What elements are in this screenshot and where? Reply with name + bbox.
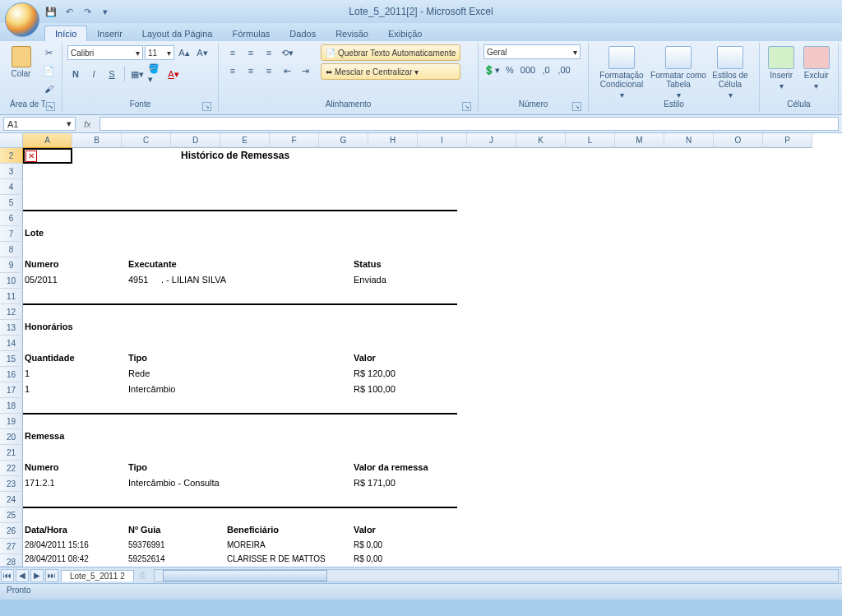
- qat-customize[interactable]: ▾: [99, 5, 112, 18]
- row-header[interactable]: 8: [0, 242, 23, 257]
- row-header[interactable]: 2: [0, 148, 23, 164]
- format-as-table[interactable]: Formatar como Tabela▾: [650, 44, 707, 100]
- qat-undo[interactable]: ↶: [62, 5, 76, 18]
- row-header[interactable]: 6: [0, 211, 23, 226]
- grow-font-button[interactable]: A▴: [176, 44, 192, 61]
- align-center[interactable]: ≡: [242, 63, 260, 79]
- qat-redo[interactable]: ↷: [81, 5, 94, 18]
- percent-button[interactable]: %: [502, 62, 518, 78]
- sheet-nav-first[interactable]: ⏮: [1, 569, 14, 582]
- row-header[interactable]: 3: [0, 164, 23, 179]
- format-painter-button[interactable]: 🖌: [40, 81, 57, 97]
- font-family-combo[interactable]: Calibri▾: [67, 45, 143, 60]
- scroll-thumb[interactable]: [163, 570, 327, 581]
- row-header[interactable]: 21: [0, 445, 23, 461]
- office-button[interactable]: [5, 2, 39, 37]
- formula-input[interactable]: [99, 117, 839, 131]
- row-header[interactable]: 11: [0, 289, 23, 304]
- row-header[interactable]: 15: [0, 351, 23, 367]
- col-header[interactable]: F: [270, 133, 319, 148]
- col-header[interactable]: C: [122, 133, 171, 148]
- decrease-indent[interactable]: ⇤: [278, 63, 296, 79]
- qat-save[interactable]: 💾: [44, 5, 58, 18]
- name-box[interactable]: A1▾: [3, 117, 76, 131]
- row-header[interactable]: 20: [0, 429, 23, 445]
- col-header[interactable]: J: [467, 133, 516, 148]
- row-header[interactable]: 12: [0, 304, 23, 320]
- copy-button[interactable]: 📄: [40, 63, 57, 79]
- orientation-button[interactable]: ⟲▾: [278, 44, 296, 61]
- row-header[interactable]: 22: [0, 461, 23, 476]
- col-header[interactable]: N: [664, 133, 714, 148]
- bold-button[interactable]: N: [67, 66, 84, 82]
- col-header[interactable]: K: [516, 133, 566, 148]
- col-header[interactable]: G: [319, 133, 368, 148]
- increase-indent[interactable]: ⇥: [296, 63, 314, 79]
- comma-button[interactable]: 000: [520, 62, 536, 78]
- currency-button[interactable]: 💲▾: [483, 62, 500, 78]
- col-header[interactable]: P: [763, 133, 812, 148]
- tab-layout[interactable]: Layout da Página: [132, 26, 223, 41]
- underline-button[interactable]: S: [104, 66, 120, 82]
- align-middle[interactable]: ≡: [242, 44, 260, 61]
- col-header[interactable]: L: [566, 133, 615, 148]
- shrink-font-button[interactable]: A▾: [194, 44, 210, 61]
- cut-button[interactable]: ✂: [40, 44, 57, 61]
- font-launcher[interactable]: ↘: [202, 102, 211, 111]
- col-header[interactable]: A: [23, 133, 72, 148]
- merge-center-button[interactable]: ⬌Mesclar e Centralizar▾: [321, 63, 460, 80]
- tab-inserir[interactable]: Inserir: [87, 26, 132, 41]
- row-header[interactable]: 27: [0, 539, 23, 554]
- italic-button[interactable]: I: [86, 66, 102, 82]
- increase-decimal[interactable]: ,0: [538, 62, 554, 78]
- row-header[interactable]: 19: [0, 414, 23, 429]
- row-header[interactable]: 28: [0, 554, 23, 567]
- col-header[interactable]: I: [418, 133, 467, 148]
- col-header[interactable]: M: [615, 133, 664, 148]
- sheet-nav-next[interactable]: ▶: [30, 569, 44, 582]
- sheet-nav-last[interactable]: ⏭: [45, 569, 58, 582]
- row-header[interactable]: 26: [0, 523, 23, 539]
- insert-cells[interactable]: Inserir▾: [765, 44, 798, 90]
- font-size-combo[interactable]: 11▾: [145, 45, 174, 60]
- row-header[interactable]: 18: [0, 398, 23, 414]
- row-header[interactable]: 24: [0, 492, 23, 507]
- paste-button[interactable]: Colar: [5, 44, 37, 78]
- row-header[interactable]: 9: [0, 257, 23, 273]
- fx-icon[interactable]: fx: [79, 119, 96, 129]
- col-header[interactable]: H: [368, 133, 418, 148]
- font-color-button[interactable]: A▾: [165, 66, 182, 82]
- select-all-corner[interactable]: [0, 133, 23, 148]
- horizontal-scrollbar[interactable]: [154, 569, 839, 582]
- tab-formulas[interactable]: Fórmulas: [223, 26, 280, 41]
- tab-revisao[interactable]: Revisão: [326, 26, 378, 41]
- row-header[interactable]: 13: [0, 320, 23, 336]
- fill-color-button[interactable]: 🪣▾: [147, 66, 164, 82]
- conditional-formatting[interactable]: Formatação Condicional▾: [594, 44, 650, 100]
- col-header[interactable]: D: [171, 133, 220, 148]
- row-header[interactable]: 23: [0, 476, 23, 492]
- row-header[interactable]: 10: [0, 273, 23, 289]
- cell-styles[interactable]: Estilos de Célula▾: [707, 44, 753, 100]
- clipboard-launcher[interactable]: ↘: [46, 102, 55, 111]
- row-header[interactable]: 16: [0, 367, 23, 382]
- col-header[interactable]: B: [72, 133, 122, 148]
- col-header[interactable]: O: [714, 133, 763, 148]
- align-left[interactable]: ≡: [224, 63, 242, 79]
- row-header[interactable]: 17: [0, 382, 23, 398]
- number-launcher[interactable]: ↘: [572, 102, 581, 111]
- row-header[interactable]: 4: [0, 179, 23, 195]
- new-sheet-button[interactable]: ⎙: [134, 571, 150, 580]
- delete-cells[interactable]: Excluir▾: [800, 44, 834, 90]
- align-right[interactable]: ≡: [260, 63, 278, 79]
- row-header[interactable]: 25: [0, 507, 23, 523]
- tab-dados[interactable]: Dados: [280, 26, 326, 41]
- tab-inicio[interactable]: Início: [44, 25, 87, 41]
- tab-exibicao[interactable]: Exibição: [378, 26, 433, 41]
- align-launcher[interactable]: ↘: [462, 102, 471, 111]
- decrease-decimal[interactable]: ,00: [556, 62, 572, 78]
- sheet-tab[interactable]: Lote_5_2011 2: [61, 570, 134, 581]
- align-bottom[interactable]: ≡: [260, 44, 278, 61]
- sheet-nav-prev[interactable]: ◀: [16, 569, 29, 582]
- col-header[interactable]: E: [220, 133, 270, 148]
